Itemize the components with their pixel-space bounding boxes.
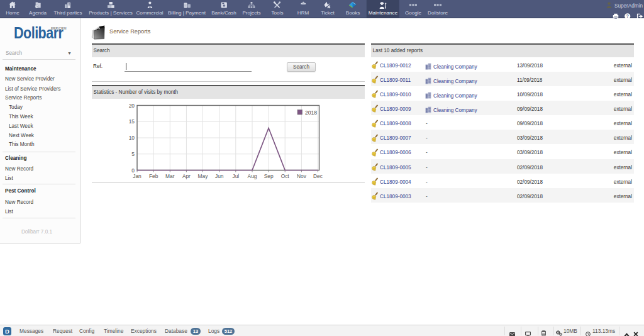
- svg-text:2018: 2018: [305, 109, 317, 116]
- svg-text:Sep: Sep: [264, 173, 274, 179]
- svg-text:Feb: Feb: [149, 173, 158, 179]
- svg-text:Aug: Aug: [248, 173, 257, 179]
- svg-text:5: 5: [131, 151, 135, 157]
- svg-text:Apr: Apr: [182, 173, 191, 179]
- svg-text:May: May: [198, 173, 209, 179]
- svg-text:15: 15: [129, 118, 135, 125]
- svg-text:Jun: Jun: [215, 173, 224, 179]
- svg-text:Jul: Jul: [232, 173, 239, 179]
- svg-text:10: 10: [129, 135, 135, 141]
- svg-text:?: ?: [626, 14, 629, 19]
- svg-text:Nov: Nov: [297, 173, 307, 179]
- svg-text:20: 20: [129, 103, 135, 109]
- svg-text:Mar: Mar: [165, 173, 175, 179]
- svg-text:Jan: Jan: [133, 173, 142, 179]
- svg-text:Dec: Dec: [313, 173, 323, 179]
- svg-text:0: 0: [131, 167, 135, 174]
- svg-text:Oct: Oct: [281, 173, 290, 179]
